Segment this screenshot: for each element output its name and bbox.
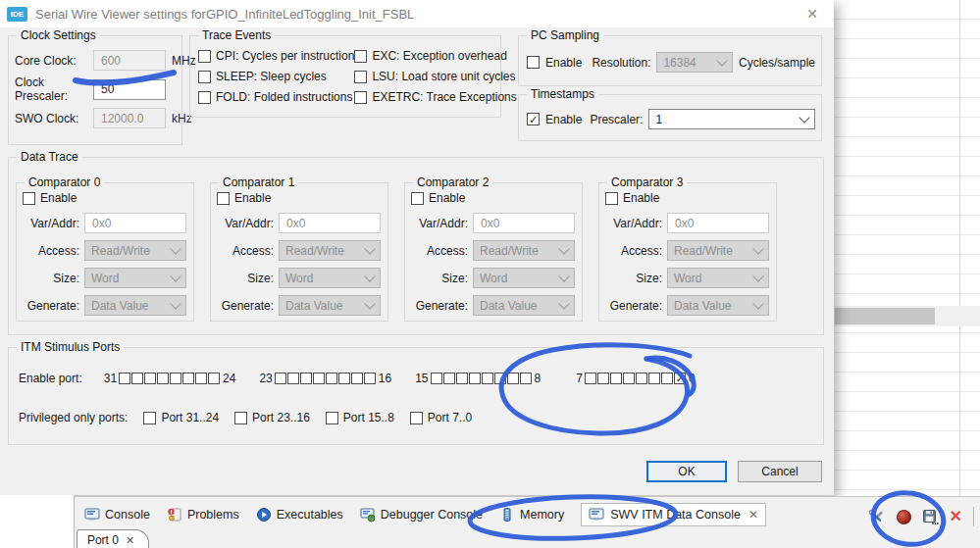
prescaler-select[interactable]: 1: [648, 109, 815, 129]
access-label: Access:: [603, 244, 662, 258]
comparator-1-group: Comparator 1 Enable Var/Addr: 0x0 Access…: [210, 182, 388, 322]
port-tab-close-icon[interactable]: ✕: [126, 534, 134, 547]
itm-port-checkbox-9[interactable]: [507, 373, 519, 384]
itm-port-checkbox-4[interactable]: [623, 373, 635, 384]
remove-icon[interactable]: ✕: [950, 510, 962, 523]
privileged-23-16-checkbox[interactable]: [234, 412, 247, 424]
checkbox-exetrc[interactable]: EXETRC: Trace Exceptions: [354, 90, 516, 104]
itm-port-checkbox-29[interactable]: [144, 373, 156, 384]
tab-close-icon[interactable]: ✕: [747, 508, 758, 522]
itm-port-checkbox-11[interactable]: [482, 373, 493, 384]
save-icon[interactable]: [922, 509, 939, 525]
size-label: Size:: [215, 272, 274, 285]
generate-label: Generate:: [603, 299, 662, 313]
configure-trace-icon[interactable]: [867, 508, 886, 526]
checkbox-exc[interactable]: EXC: Exception overhead: [354, 49, 516, 63]
fold-checkbox[interactable]: [198, 91, 211, 104]
itm-port-checkbox-14[interactable]: [443, 373, 455, 384]
comparator-0-size-select: Word: [84, 268, 186, 288]
exc-checkbox[interactable]: [354, 50, 367, 63]
privileged-7-0-checkbox[interactable]: [410, 412, 423, 424]
tab-problems-label: Problems: [187, 508, 239, 522]
editor-scrollbar-thumb[interactable]: [835, 308, 935, 324]
tab-executables[interactable]: Executables: [256, 507, 343, 523]
tab-swv-itm-data-console[interactable]: SWV ITM Data Console ✕: [581, 503, 766, 526]
itm-port-checkbox-5[interactable]: [610, 373, 622, 384]
comparator-3-generate-select: Data Value: [667, 295, 769, 316]
comparator-1-enable-checkbox[interactable]: [217, 192, 230, 205]
close-icon[interactable]: ✕: [802, 4, 822, 24]
itm-port-checkbox-13[interactable]: [456, 373, 468, 384]
tab-console[interactable]: Console: [84, 507, 150, 523]
privileged-port-31-24[interactable]: Port 31..24: [143, 411, 219, 424]
swo-clock-field: 12000.0: [93, 108, 166, 128]
itm-port-checkbox-21[interactable]: [300, 373, 312, 384]
itm-port-checkbox-16[interactable]: [364, 373, 376, 384]
privileged-port-7-0[interactable]: Port 7..0: [410, 411, 472, 424]
itm-port-checkbox-26[interactable]: [182, 373, 194, 384]
comparator-3-size-select: Word: [667, 268, 769, 288]
tab-problems[interactable]: Problems: [167, 507, 239, 523]
itm-port-checkbox-23[interactable]: [275, 373, 286, 384]
itm-port-checkbox-31[interactable]: [119, 373, 130, 384]
comparator-3-group: Comparator 3 Enable Var/Addr: 0x0 Access…: [598, 182, 777, 322]
comparator-0-enable-checkbox[interactable]: [23, 192, 35, 205]
exetrc-checkbox[interactable]: [354, 91, 367, 104]
pc-sampling-enable-label: Enable: [545, 56, 582, 70]
resolution-value: 16384: [663, 56, 696, 70]
lsu-checkbox[interactable]: [354, 71, 367, 83]
itm-port-checkbox-10[interactable]: [494, 373, 506, 384]
clock-prescaler-field[interactable]: 50: [93, 79, 166, 100]
itm-port-checkbox-28[interactable]: [157, 373, 169, 384]
comparator-3-var-addr-field[interactable]: 0x0: [667, 213, 769, 233]
ok-button[interactable]: OK: [646, 461, 727, 482]
checkbox-sleep[interactable]: SLEEP: Sleep cycles: [198, 70, 354, 83]
chevron-down-icon: [170, 243, 181, 254]
itm-port-checkbox-3[interactable]: [636, 373, 647, 384]
itm-port-checkbox-24[interactable]: [208, 373, 220, 384]
itm-port-checkbox-17[interactable]: [351, 373, 363, 384]
comparator-0-var-addr-field[interactable]: 0x0: [84, 213, 186, 233]
itm-port-checkbox-18[interactable]: [338, 373, 350, 384]
itm-port-checkbox-1[interactable]: [661, 373, 673, 384]
tab-port-0[interactable]: Port 0 ✕: [77, 529, 149, 548]
checkbox-fold[interactable]: FOLD: Folded instructions: [198, 90, 354, 104]
itm-port-checkbox-2[interactable]: [648, 373, 660, 384]
tab-debugger-console[interactable]: Debugger Console: [360, 507, 483, 523]
memory-icon: [499, 507, 515, 523]
start-stop-trace-icon[interactable]: [897, 510, 911, 524]
pc-sampling-enable-checkbox[interactable]: [527, 56, 540, 69]
itm-port-checkbox-8[interactable]: [520, 373, 532, 384]
tab-memory[interactable]: Memory: [499, 507, 564, 523]
itm-port-checkbox-15[interactable]: [431, 373, 442, 384]
privileged-31-24-checkbox[interactable]: [143, 412, 156, 424]
sleep-checkbox[interactable]: [198, 71, 211, 83]
checkbox-cpi[interactable]: CPI: Cycles per instruction: [198, 49, 354, 63]
itm-port-checkbox-7[interactable]: [585, 373, 596, 384]
itm-port-checkbox-30[interactable]: [131, 373, 143, 384]
privileged-15-8-checkbox[interactable]: [326, 412, 338, 424]
itm-port-checkbox-0[interactable]: [674, 373, 686, 384]
cancel-button[interactable]: Cancel: [738, 461, 822, 482]
itm-port-checkbox-22[interactable]: [287, 373, 299, 384]
generate-label: Generate:: [21, 299, 79, 313]
itm-title: ITM Stimulus Ports: [17, 340, 124, 354]
data-trace-title: Data Trace: [17, 150, 82, 164]
itm-port-checkbox-19[interactable]: [326, 373, 337, 384]
itm-port-checkbox-27[interactable]: [170, 373, 181, 384]
comparator-1-var-addr-field[interactable]: 0x0: [279, 213, 381, 233]
privileged-port-15-8[interactable]: Port 15..8: [326, 411, 394, 424]
comparator-2-var-addr-field[interactable]: 0x0: [473, 213, 575, 233]
itm-port-checkbox-20[interactable]: [313, 373, 325, 384]
timestamps-enable-checkbox[interactable]: [527, 113, 540, 125]
checkbox-lsu[interactable]: LSU: Load store unit cycles: [354, 70, 516, 83]
comparator-3-enable-checkbox[interactable]: [605, 192, 618, 205]
comparator-2-enable-checkbox[interactable]: [411, 192, 424, 205]
debugger-console-icon: [360, 507, 376, 523]
itm-port-checkbox-6[interactable]: [597, 373, 609, 384]
privileged-port-23-16[interactable]: Port 23..16: [234, 411, 310, 424]
itm-port-checkbox-12[interactable]: [469, 373, 481, 384]
cpi-checkbox[interactable]: [198, 50, 211, 63]
timestamps-title: Timestamps: [527, 87, 598, 101]
itm-port-checkbox-25[interactable]: [195, 373, 207, 384]
